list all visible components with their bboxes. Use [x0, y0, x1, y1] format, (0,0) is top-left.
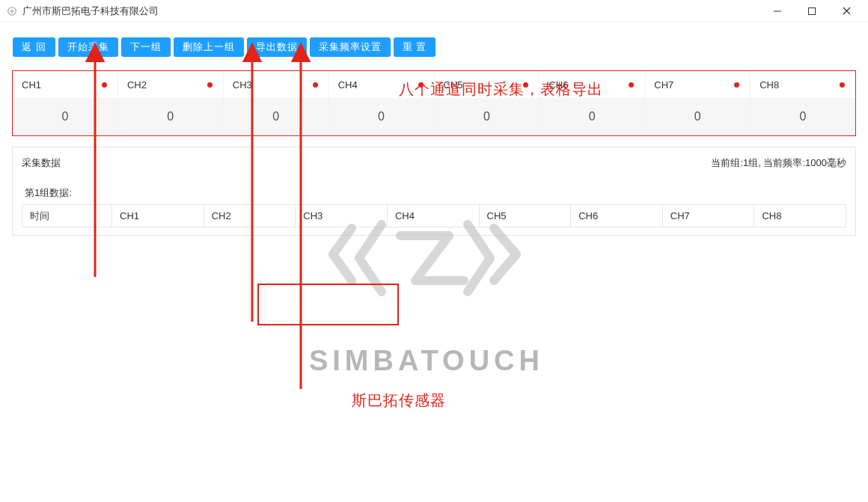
col-ch8: CH8	[754, 205, 846, 227]
back-button[interactable]: 返 回	[13, 37, 55, 57]
status-dot-icon	[629, 82, 634, 88]
channel-value: 0	[435, 98, 540, 135]
col-ch5: CH5	[479, 205, 571, 227]
col-time: 时间	[22, 205, 112, 227]
minimize-button[interactable]	[760, 0, 795, 22]
channel-cell: CH1 0	[13, 71, 118, 135]
delete-prev-group-button[interactable]: 删除上一组	[174, 37, 244, 57]
window-controls	[760, 0, 864, 22]
freq-setting-button[interactable]: 采集频率设置	[310, 37, 391, 57]
channel-label: CH4	[338, 79, 358, 91]
panel-status: 当前组:1组, 当前频率:1000毫秒	[711, 156, 846, 170]
reset-button[interactable]: 重 置	[394, 37, 436, 57]
col-ch2: CH2	[204, 205, 296, 227]
start-collect-button[interactable]: 开始采集	[58, 37, 118, 57]
svg-rect-2	[809, 7, 816, 14]
table-header-row: 时间 CH1 CH2 CH3 CH4 CH5 CH6 CH7 CH8	[22, 205, 846, 227]
channel-cell: CH7 0	[645, 71, 751, 135]
channel-value: 0	[540, 98, 644, 135]
export-data-button[interactable]: 导出数据	[247, 37, 307, 57]
channel-label: CH2	[127, 79, 147, 91]
panel-title: 采集数据	[22, 156, 61, 170]
close-button[interactable]	[829, 0, 864, 22]
col-ch4: CH4	[387, 205, 479, 227]
col-ch1: CH1	[112, 205, 204, 227]
channel-value: 0	[329, 98, 434, 135]
status-dot-icon	[313, 82, 318, 88]
channel-value: 0	[118, 98, 223, 135]
channel-label: CH1	[22, 79, 41, 91]
channel-cell: CH2 0	[118, 71, 224, 135]
channel-value: 0	[645, 98, 750, 135]
channel-value: 0	[13, 98, 117, 135]
channel-label: CH3	[233, 79, 252, 91]
col-ch6: CH6	[571, 205, 663, 227]
col-ch7: CH7	[662, 205, 754, 227]
window-titlebar: 广州市斯巴拓电子科技有限公司	[0, 0, 868, 22]
status-dot-icon	[840, 82, 845, 88]
status-dot-icon	[102, 82, 107, 88]
window-title: 广州市斯巴拓电子科技有限公司	[22, 4, 159, 18]
channel-label: CH8	[760, 79, 779, 91]
channel-value: 0	[751, 98, 855, 135]
watermark-subtitle: 斯巴拓传感器	[352, 391, 446, 411]
annotation-headline: 八个通道同时采集，表格导出	[399, 79, 603, 100]
channel-cell: CH8 0	[751, 71, 855, 135]
data-table: 时间 CH1 CH2 CH3 CH4 CH5 CH6 CH7 CH8	[22, 204, 846, 227]
status-dot-icon	[734, 82, 739, 88]
col-ch3: CH3	[296, 205, 388, 227]
app-icon	[6, 5, 18, 17]
channel-label: CH7	[654, 79, 673, 91]
next-group-button[interactable]: 下一组	[121, 37, 171, 57]
group-label: 第1组数据:	[25, 186, 846, 200]
toolbar: 返 回 开始采集 下一组 删除上一组 导出数据 采集频率设置 重 置	[13, 37, 859, 57]
maximize-button[interactable]	[795, 0, 829, 22]
status-dot-icon	[207, 82, 213, 88]
channel-cell: CH3 0	[224, 71, 329, 135]
data-panel: 采集数据 当前组:1组, 当前频率:1000毫秒 第1组数据: 时间 CH1 C…	[12, 147, 856, 236]
channel-value: 0	[224, 98, 328, 135]
